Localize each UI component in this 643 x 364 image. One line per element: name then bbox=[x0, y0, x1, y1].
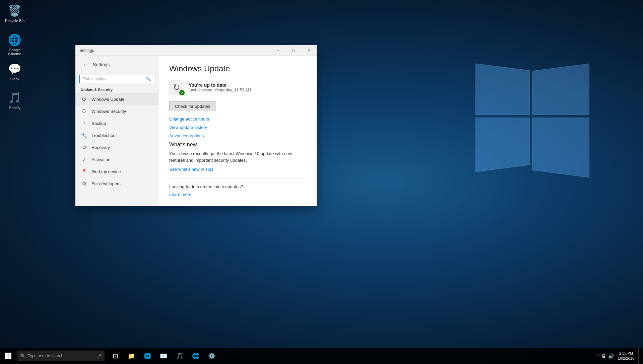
check-updates-button[interactable]: Check for updates bbox=[169, 101, 216, 111]
change-active-hours-link[interactable]: Change active hours bbox=[169, 117, 306, 122]
desktop-icon-google-chrome[interactable]: 🌐 Google Chrome bbox=[3, 32, 27, 57]
windows-logo bbox=[475, 50, 589, 191]
whats-new-link[interactable]: See what's new in Tips bbox=[169, 167, 306, 172]
maximize-button[interactable]: □ bbox=[286, 45, 301, 56]
title-bar: Settings − □ ✕ bbox=[75, 45, 317, 56]
svg-marker-2 bbox=[475, 118, 530, 172]
google-chrome-icon: 🌐 bbox=[8, 33, 21, 47]
view-update-history-link[interactable]: View update history bbox=[169, 125, 306, 130]
taskbar-task-view[interactable]: ⊡ bbox=[107, 348, 123, 364]
advanced-options-link[interactable]: Advanced options bbox=[169, 133, 306, 138]
section-label: Update & Security bbox=[75, 86, 158, 93]
nav-item-windows-security[interactable]: 🛡 Windows Security bbox=[75, 105, 158, 117]
update-status-text: You're up to date Last checked: Yesterda… bbox=[189, 82, 251, 92]
nav-item-activation[interactable]: ✓ Activation bbox=[75, 153, 158, 165]
nav-label-recovery: Recovery bbox=[91, 145, 110, 150]
taskbar-search[interactable]: 🔍 🎤 bbox=[17, 351, 105, 361]
status-title: You're up to date bbox=[189, 82, 251, 88]
sidebar-header: ← Settings bbox=[75, 56, 158, 73]
search-input[interactable] bbox=[82, 77, 144, 81]
taskbar-clock[interactable]: 2:35 PM 10/2/2018 bbox=[614, 351, 638, 361]
taskbar: 🔍 🎤 ⊡ 📁 🌐 📧 🎵 🌐 ⚙️ ⌃ 🖥 🔊 2:35 PM 10/2/20… bbox=[0, 348, 643, 364]
section-divider bbox=[169, 178, 306, 179]
desktop-icon-slack[interactable]: 💬 Slack bbox=[3, 61, 27, 82]
nav-item-troubleshoot[interactable]: 🔧 Troubleshoot bbox=[75, 129, 158, 141]
window-content: ← Settings 🔍 Update & Security ⟳ Windows… bbox=[75, 56, 317, 206]
spotify-label: Spotify bbox=[9, 106, 20, 110]
taskbar-outlook[interactable]: 📧 bbox=[155, 348, 172, 364]
microphone-icon: 🎤 bbox=[97, 354, 102, 359]
looking-for-info: Looking for info on the latest updates? bbox=[169, 184, 306, 189]
taskbar-browser2[interactable]: 🌐 bbox=[188, 348, 204, 364]
desktop-icon-recycle-bin[interactable]: 🗑️ Recycle Bin bbox=[3, 3, 27, 24]
update-status-area: ↻ ✓ You're up to date Last checked: Yest… bbox=[169, 80, 306, 95]
back-button[interactable]: ← bbox=[81, 60, 90, 69]
tray-network[interactable]: 🖥 bbox=[601, 353, 606, 359]
search-box[interactable]: 🔍 bbox=[79, 75, 154, 83]
nav-label-activation: Activation bbox=[91, 157, 110, 162]
recovery-icon: ↺ bbox=[81, 144, 87, 151]
start-button[interactable] bbox=[0, 348, 16, 364]
sidebar: ← Settings 🔍 Update & Security ⟳ Windows… bbox=[75, 56, 158, 206]
tray-icons: ⌃ 🖥 🔊 bbox=[596, 353, 614, 359]
tray-chevron[interactable]: ⌃ bbox=[596, 354, 599, 358]
window-title: Settings bbox=[79, 48, 270, 53]
nav-label-backup: Backup bbox=[91, 121, 106, 126]
backup-icon: ↑ bbox=[81, 120, 87, 127]
taskbar-settings[interactable]: ⚙️ bbox=[204, 348, 220, 364]
nav-label-windows-update: Windows Update bbox=[91, 97, 124, 102]
nav-label-windows-security: Windows Security bbox=[91, 109, 126, 114]
svg-marker-1 bbox=[532, 64, 589, 115]
status-subtitle: Last checked: Yesterday, 11:53 AM bbox=[189, 88, 251, 92]
slack-label: Slack bbox=[10, 77, 19, 81]
close-button[interactable]: ✕ bbox=[301, 45, 317, 56]
whats-new-body: Your device recently got the latest Wind… bbox=[169, 150, 306, 163]
title-bar-controls: − □ ✕ bbox=[270, 45, 317, 56]
nav-label-for-developers: For developers bbox=[91, 181, 121, 186]
tray-volume[interactable]: 🔊 bbox=[608, 353, 614, 359]
nav-item-find-my-device[interactable]: 📍 Find my device bbox=[75, 165, 158, 177]
desktop: 🗑️ Recycle Bin 🌐 Google Chrome 💬 Slack 🎵… bbox=[0, 0, 643, 364]
desktop-icon-spotify[interactable]: 🎵 Spotify bbox=[3, 90, 27, 111]
learn-more-link[interactable]: Learn more bbox=[169, 192, 306, 197]
taskbar-spotify[interactable]: 🎵 bbox=[172, 348, 188, 364]
recycle-bin-icon: 🗑️ bbox=[8, 4, 21, 17]
settings-window: Settings − □ ✕ ← Settings 🔍 Update & Sec… bbox=[75, 45, 317, 206]
svg-marker-3 bbox=[532, 118, 589, 178]
nav-item-for-developers[interactable]: ⚙ For developers bbox=[75, 177, 158, 190]
nav-item-backup[interactable]: ↑ Backup bbox=[75, 117, 158, 129]
svg-rect-6 bbox=[5, 356, 8, 359]
svg-marker-0 bbox=[475, 64, 530, 115]
google-chrome-label: Google Chrome bbox=[4, 48, 25, 56]
taskbar-file-explorer[interactable]: 📁 bbox=[123, 348, 139, 364]
taskbar-chrome[interactable]: 🌐 bbox=[139, 348, 155, 364]
nav-item-windows-update[interactable]: ⟳ Windows Update bbox=[75, 93, 158, 105]
svg-rect-5 bbox=[8, 353, 11, 356]
slack-icon: 💬 bbox=[8, 62, 21, 76]
troubleshoot-icon: 🔧 bbox=[81, 132, 87, 139]
page-title: Windows Update bbox=[169, 64, 306, 73]
update-check-badge: ✓ bbox=[179, 90, 185, 95]
taskbar-icons: ⊡ 📁 🌐 📧 🎵 🌐 ⚙️ bbox=[107, 348, 220, 364]
main-content: Windows Update ↻ ✓ You're up to date Las… bbox=[158, 56, 317, 206]
update-icon: ⟳ bbox=[81, 96, 87, 102]
clock-date: 10/2/2018 bbox=[618, 356, 634, 361]
activation-icon: ✓ bbox=[81, 156, 87, 163]
sidebar-title: Settings bbox=[93, 62, 110, 67]
update-icon-wrap: ↻ ✓ bbox=[169, 80, 184, 95]
spotify-icon: 🎵 bbox=[8, 91, 21, 104]
recycle-bin-label: Recycle Bin bbox=[5, 19, 24, 23]
taskbar-tray: ⌃ 🖥 🔊 2:35 PM 10/2/2018 bbox=[594, 348, 643, 364]
nav-label-troubleshoot: Troubleshoot bbox=[91, 133, 117, 138]
whats-new-title: What's new bbox=[169, 142, 306, 148]
search-icon: 🔍 bbox=[146, 76, 151, 81]
taskbar-search-icon: 🔍 bbox=[20, 353, 26, 359]
minimize-button[interactable]: − bbox=[270, 45, 286, 56]
svg-rect-4 bbox=[5, 353, 8, 356]
show-desktop-button[interactable] bbox=[638, 348, 640, 364]
taskbar-search-input[interactable] bbox=[28, 354, 95, 358]
nav-label-find-my-device: Find my device bbox=[91, 169, 121, 174]
svg-rect-7 bbox=[8, 356, 11, 359]
nav-item-recovery[interactable]: ↺ Recovery bbox=[75, 141, 158, 153]
security-icon: 🛡 bbox=[81, 108, 87, 115]
